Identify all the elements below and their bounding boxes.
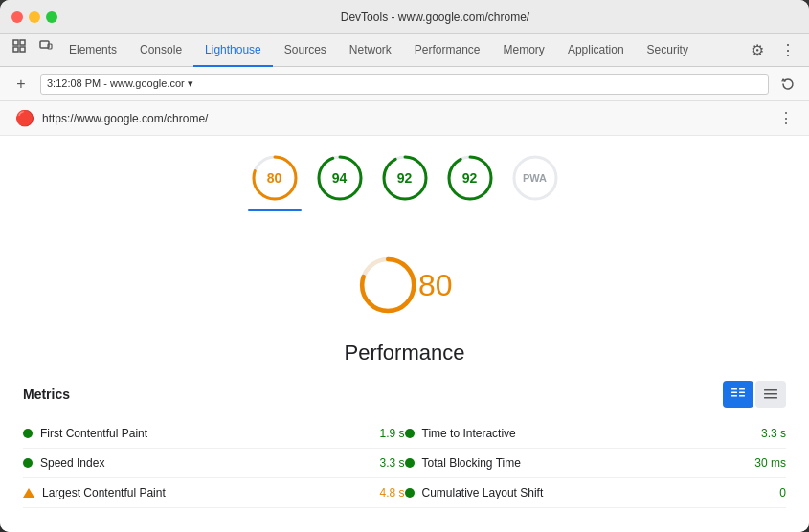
tab-performance[interactable]: Performance — [403, 34, 492, 67]
more-options-icon[interactable]: ⋮ — [775, 37, 801, 64]
lighthouse-menu-icon[interactable]: ⋮ — [778, 109, 794, 127]
svg-rect-21 — [739, 388, 745, 390]
metric-cls: Cumulative Layout Shift 0 — [405, 478, 787, 508]
lighthouse-url: https://www.google.com/chrome/ — [42, 112, 208, 125]
tab-network[interactable]: Network — [338, 34, 403, 67]
svg-rect-26 — [764, 397, 777, 399]
metric-tti: Time to Interactive 3.3 s — [405, 419, 787, 449]
svg-rect-20 — [731, 395, 737, 397]
svg-rect-0 — [13, 40, 18, 45]
score-circle-accessibility[interactable]: 94 — [313, 151, 367, 205]
main-score-label: Performance — [345, 341, 465, 366]
tab-application[interactable]: Application — [556, 34, 636, 67]
metric-fcp: First Contentful Paint 1.9 s — [23, 419, 405, 449]
traffic-lights — [11, 11, 57, 23]
lighthouse-panel: 🔴 https://www.google.com/chrome/ ⋮ 80 — [0, 101, 809, 532]
toggle-grid-button[interactable] — [723, 381, 753, 408]
svg-rect-3 — [20, 47, 25, 52]
tab-console[interactable]: Console — [128, 34, 193, 67]
reload-icon[interactable] — [776, 73, 799, 96]
score-value-3: 92 — [462, 170, 478, 186]
tab-memory[interactable]: Memory — [492, 34, 556, 67]
svg-rect-22 — [739, 392, 745, 394]
metric-name-tbt: Total Blocking Time — [422, 456, 748, 470]
add-tab-button[interactable]: + — [10, 73, 33, 96]
score-circles-row: 80 94 — [0, 136, 809, 218]
metric-name-fcp: First Contentful Paint — [40, 427, 371, 440]
svg-rect-2 — [13, 47, 18, 52]
footer-note: Values are estimated and may vary. The p… — [0, 523, 809, 532]
metrics-toggle — [723, 381, 786, 408]
score-circle-best-practices[interactable]: 92 — [378, 151, 432, 205]
svg-rect-19 — [731, 392, 737, 394]
metric-triangle-lcp — [23, 488, 34, 498]
score-circle-pwa[interactable]: PWA — [508, 151, 562, 205]
svg-rect-23 — [739, 395, 745, 397]
metric-lcp: Largest Contentful Paint 4.8 s — [23, 478, 405, 508]
tab-sources[interactable]: Sources — [273, 34, 338, 67]
metric-dot-cls — [405, 488, 415, 498]
metric-value-tbt: 30 ms — [754, 456, 786, 470]
metric-value-fcp: 1.9 s — [379, 427, 404, 440]
metrics-grid: First Contentful Paint 1.9 s Time to Int… — [23, 419, 786, 508]
address-bar: + 3:12:08 PM - www.google.cor ▾ — [0, 67, 809, 101]
metric-value-tti: 3.3 s — [761, 427, 786, 440]
metric-name-tti: Time to Interactive — [422, 427, 753, 440]
metric-value-si: 3.3 s — [379, 456, 404, 470]
devtools-window: DevTools - www.google.com/chrome/ Elemen… — [0, 0, 809, 532]
metric-dot-fcp — [23, 429, 33, 438]
metric-value-lcp: 4.8 s — [379, 486, 404, 499]
metric-tbt: Total Blocking Time 30 ms — [405, 449, 787, 478]
metric-name-cls: Cumulative Layout Shift — [422, 486, 773, 499]
metric-name-lcp: Largest Contentful Paint — [42, 486, 371, 499]
svg-rect-18 — [731, 388, 737, 390]
score-value-0: 80 — [267, 170, 282, 186]
metrics-title: Metrics — [23, 387, 723, 402]
score-underline-0 — [248, 209, 302, 211]
lighthouse-icon: 🔴 — [15, 109, 34, 127]
maximize-button[interactable] — [46, 11, 57, 23]
title-bar: DevTools - www.google.com/chrome/ — [0, 0, 809, 34]
tab-security[interactable]: Security — [636, 34, 700, 67]
score-value-pwa: PWA — [523, 172, 547, 184]
address-input[interactable]: 3:12:08 PM - www.google.cor ▾ — [40, 74, 769, 95]
metric-value-cls: 0 — [779, 486, 786, 499]
score-circle-performance[interactable]: 80 — [248, 151, 302, 205]
inspect-icon[interactable] — [8, 34, 31, 57]
metric-dot-si — [23, 458, 33, 468]
metrics-header: Metrics — [23, 381, 786, 408]
score-circle-seo[interactable]: 92 — [443, 151, 497, 205]
main-score-circle: 80 — [357, 237, 453, 333]
main-score-section: 80 Performance — [0, 218, 809, 381]
svg-rect-25 — [764, 393, 777, 395]
settings-icon[interactable]: ⚙ — [744, 37, 771, 64]
close-button[interactable] — [11, 11, 23, 23]
toggle-list-button[interactable] — [755, 381, 786, 408]
metrics-section: Metrics — [0, 381, 809, 523]
score-value-1: 94 — [332, 170, 348, 186]
svg-rect-5 — [48, 44, 52, 49]
tab-elements[interactable]: Elements — [57, 34, 128, 67]
svg-rect-1 — [20, 40, 25, 45]
metric-si: Speed Index 3.3 s — [23, 449, 405, 478]
main-score-value: 80 — [418, 268, 453, 303]
tab-lighthouse[interactable]: Lighthouse — [193, 34, 273, 67]
score-value-2: 92 — [397, 170, 413, 186]
responsive-icon[interactable] — [34, 34, 57, 57]
metric-dot-tbt — [405, 458, 415, 468]
lighthouse-url-bar: 🔴 https://www.google.com/chrome/ ⋮ — [0, 101, 809, 136]
minimize-button[interactable] — [29, 11, 40, 23]
svg-rect-24 — [764, 389, 777, 391]
devtools-icon-group: ⚙ ⋮ — [744, 34, 809, 66]
metric-dot-tti — [405, 429, 415, 438]
metric-name-si: Speed Index — [40, 456, 371, 470]
devtools-tab-bar: Elements Console Lighthouse Sources Netw… — [0, 34, 809, 67]
window-title: DevTools - www.google.com/chrome/ — [73, 11, 798, 24]
